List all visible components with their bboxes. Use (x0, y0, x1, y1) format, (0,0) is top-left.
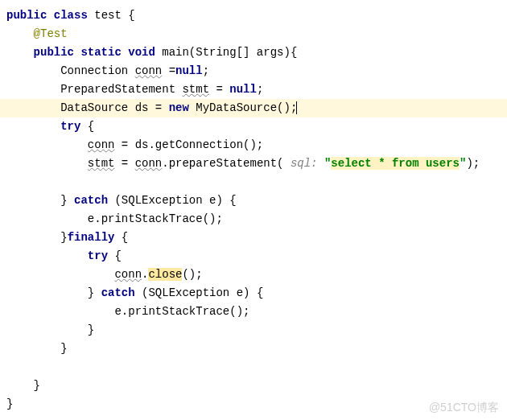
keyword: public class (6, 9, 88, 22)
code-line: PreparedStatement stmt = null; (0, 80, 507, 99)
keyword-try: try (88, 249, 108, 262)
code-line: } catch (SQLException e) { (0, 284, 507, 303)
code-line-active: DataSource ds = new MyDataSource(); (0, 99, 507, 117)
code-line: } (0, 395, 507, 414)
method-close: close (148, 268, 182, 281)
brace: { (128, 9, 134, 22)
code-editor: public class test { @Test public static … (0, 0, 507, 414)
var-conn: conn (135, 64, 163, 77)
code-line (0, 358, 507, 377)
code-line: try { (0, 247, 507, 266)
keyword-finally: finally (68, 231, 115, 244)
annotation: @Test (34, 27, 68, 40)
keyword-null: null (175, 64, 203, 77)
keyword-catch: catch (74, 194, 108, 207)
keyword-try: try (60, 120, 80, 133)
var-stmt: stmt (182, 83, 209, 96)
method-name: main (162, 46, 189, 59)
keyword: public static void (34, 46, 155, 59)
code-line: e.printStackTrace(); (0, 210, 507, 229)
code-line: try { (0, 117, 507, 136)
code-line: }finally { (0, 229, 507, 247)
text-caret (296, 101, 297, 114)
code-line: public class test { (0, 6, 507, 25)
code-line: conn = ds.getConnection(); (0, 136, 507, 154)
sql-string: select * from users (331, 157, 460, 170)
class-name: test (94, 9, 122, 22)
code-line: @Test (0, 25, 507, 43)
keyword-catch: catch (101, 286, 135, 299)
var-conn: conn (88, 138, 115, 151)
param-hint: sql: (291, 157, 324, 170)
code-line: stmt = conn.prepareStatement( sql: "sele… (0, 154, 507, 173)
keyword-new: new (169, 101, 189, 114)
var-stmt: stmt (88, 157, 115, 170)
code-line: } (0, 340, 507, 358)
code-line: } (0, 377, 507, 395)
code-line: conn.close(); (0, 266, 507, 284)
keyword-null: null (229, 83, 257, 96)
code-line: } catch (SQLException e) { (0, 191, 507, 210)
code-line: public static void main(String[] args){ (0, 43, 507, 62)
var-conn: conn (135, 157, 163, 170)
type: Connection (60, 64, 134, 77)
code-line: Connection conn =null; (0, 62, 507, 80)
code-line: } (0, 321, 507, 340)
type: PreparedStatement (60, 83, 182, 96)
code-line: e.printStackTrace(); (0, 303, 507, 321)
params: (String[] args){ (189, 46, 297, 59)
code-line (0, 173, 507, 191)
var-conn: conn (114, 268, 142, 281)
